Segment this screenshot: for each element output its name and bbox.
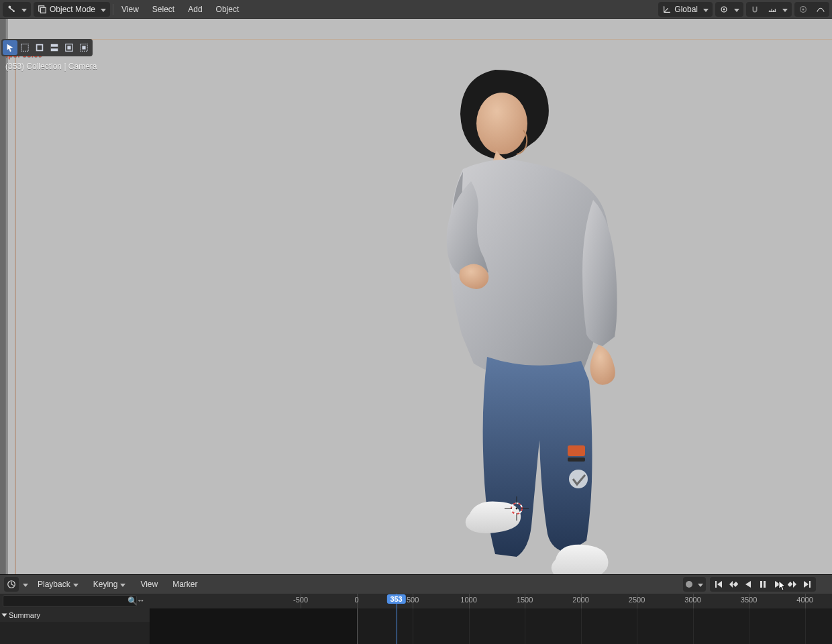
- chevron-down-icon: [19, 5, 27, 14]
- viewport-header: Object Mode View Select Add Object Globa…: [0, 0, 832, 19]
- timeline-ruler[interactable]: 🔍 ↔ -50005001000150020002500300035004000…: [0, 594, 832, 608]
- record-icon[interactable]: [686, 581, 692, 588]
- select-box-sub-button[interactable]: [47, 40, 62, 55]
- jump-end-button[interactable]: [800, 577, 815, 592]
- channel-list: Summary: [0, 608, 150, 644]
- svg-rect-11: [38, 46, 42, 50]
- svg-rect-37: [809, 581, 811, 588]
- jump-start-button[interactable]: [711, 577, 726, 592]
- tick-label: 2500: [629, 596, 645, 604]
- orientation-icon: [662, 5, 672, 14]
- orientation-label: Global: [674, 5, 698, 14]
- snap-increment-icon: [768, 5, 777, 14]
- snap-group: [746, 2, 792, 17]
- svg-point-6: [723, 8, 725, 10]
- chevron-down-icon: [780, 5, 788, 14]
- menu-playback[interactable]: Playback: [32, 580, 84, 589]
- menu-view[interactable]: View: [116, 5, 144, 14]
- track-area[interactable]: [150, 608, 832, 644]
- ruler-ticks: -500050010001500200025003000350040004500…: [150, 594, 832, 608]
- pivot-dropdown[interactable]: [715, 2, 743, 17]
- chevron-down-icon: [117, 580, 125, 589]
- falloff-icon: [816, 5, 825, 14]
- svg-point-30: [516, 508, 518, 510]
- menu-add[interactable]: Add: [183, 5, 207, 14]
- select-box-alt-button[interactable]: [32, 40, 47, 55]
- pause-button[interactable]: [756, 577, 770, 592]
- snap-toggle[interactable]: [746, 2, 764, 17]
- timeline-header: Playback Keying View Marker: [0, 575, 832, 594]
- auto-key-group: [683, 577, 706, 592]
- svg-rect-19: [568, 445, 585, 456]
- svg-rect-4: [40, 7, 46, 13]
- filter-toggle[interactable]: ↔: [137, 596, 145, 605]
- editor-type-dropdown[interactable]: [3, 2, 31, 17]
- viewport-3d[interactable]: fps: 53.69 (353) Collection | Camera: [0, 19, 832, 574]
- mode-label: Object Mode: [50, 5, 95, 14]
- armature-icon: [7, 5, 16, 14]
- camera-frame-top: [15, 39, 832, 40]
- playhead-frame-label: 353: [386, 594, 405, 604]
- menu-keying[interactable]: Keying: [88, 580, 132, 589]
- timeline-body[interactable]: Summary: [0, 608, 832, 644]
- viewport-left-gutter: [0, 19, 8, 574]
- menu-marker[interactable]: Marker: [167, 580, 203, 589]
- disclosure-triangle-icon: [2, 614, 7, 617]
- svg-rect-35: [764, 581, 766, 588]
- proportional-falloff-dropdown[interactable]: [812, 2, 829, 17]
- svg-point-2: [13, 10, 15, 12]
- select-box-button[interactable]: [17, 40, 32, 55]
- chevron-down-icon: [700, 5, 709, 14]
- chevron-down-icon[interactable]: [695, 580, 703, 589]
- tick-label: 4000: [796, 596, 813, 604]
- menu-object[interactable]: Object: [211, 5, 245, 14]
- tick-label: 3500: [741, 596, 757, 604]
- proportional-icon: [798, 5, 808, 14]
- transform-orientation-dropdown[interactable]: Global: [658, 2, 713, 17]
- pivot-icon: [719, 5, 729, 14]
- menu-select[interactable]: Select: [147, 5, 180, 14]
- svg-rect-32: [715, 581, 717, 588]
- svg-rect-36: [788, 582, 792, 587]
- svg-rect-9: [21, 44, 29, 52]
- play-reverse-button[interactable]: [741, 577, 756, 592]
- timeline-search-input[interactable]: [3, 595, 137, 607]
- chevron-down-icon: [731, 5, 739, 14]
- prev-key-button[interactable]: [726, 577, 741, 592]
- tick-label: -500: [293, 596, 308, 604]
- svg-rect-20: [568, 458, 585, 462]
- snap-mode-dropdown[interactable]: [764, 2, 792, 17]
- timeline-editor-type-dropdown[interactable]: [4, 577, 19, 592]
- object-mode-icon: [38, 5, 47, 14]
- svg-rect-17: [82, 46, 85, 49]
- select-lasso-button[interactable]: [76, 40, 91, 55]
- tick-label: 500: [407, 596, 419, 604]
- separator: [113, 4, 113, 15]
- select-tweak-button[interactable]: [3, 40, 17, 55]
- select-mode-strip: [1, 39, 93, 56]
- chevron-down-icon: [20, 580, 28, 589]
- summary-label: Summary: [9, 611, 40, 619]
- magnet-icon: [750, 5, 760, 14]
- next-key-button[interactable]: [785, 577, 800, 592]
- svg-rect-13: [51, 47, 58, 49]
- proportional-group: [794, 2, 829, 17]
- chevron-down-icon: [98, 5, 106, 14]
- svg-rect-1: [9, 7, 13, 11]
- proportional-toggle[interactable]: [794, 2, 812, 17]
- chevron-down-icon: [70, 580, 79, 589]
- tick-label: 1000: [460, 596, 476, 604]
- svg-point-23: [566, 554, 590, 568]
- svg-point-18: [476, 93, 527, 154]
- character-mesh: [423, 56, 651, 574]
- playback-controls: [710, 577, 816, 592]
- mode-dropdown[interactable]: Object Mode: [34, 2, 110, 17]
- cursor-3d: [505, 496, 529, 521]
- svg-rect-33: [733, 582, 738, 587]
- select-circle-button[interactable]: [62, 40, 76, 55]
- menu-tl-view[interactable]: View: [135, 580, 163, 589]
- svg-rect-34: [760, 581, 762, 588]
- summary-row[interactable]: Summary: [0, 608, 150, 622]
- object-breadcrumb: (353) Collection | Camera: [5, 60, 97, 72]
- tick-label: 2000: [572, 596, 588, 604]
